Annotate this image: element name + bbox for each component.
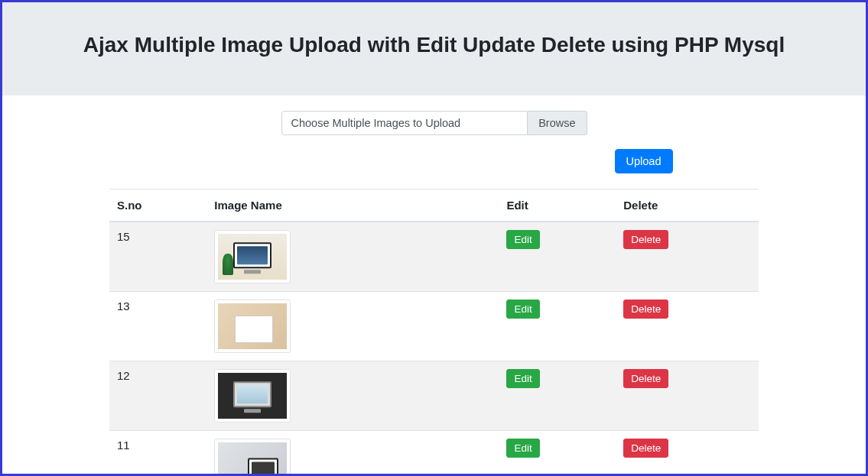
cell-delete: Delete — [616, 431, 759, 477]
image-thumbnail[interactable] — [214, 300, 291, 353]
cell-sno: 12 — [109, 361, 206, 431]
file-input[interactable]: Choose Multiple Images to Upload — [281, 111, 528, 135]
upload-row: Upload — [196, 149, 673, 173]
edit-button[interactable]: Edit — [506, 300, 539, 319]
cell-image — [206, 361, 499, 431]
col-header-edit: Edit — [499, 189, 616, 222]
cell-image — [206, 431, 499, 477]
cell-sno: 15 — [109, 222, 206, 292]
edit-button[interactable]: Edit — [506, 439, 539, 458]
cell-sno: 13 — [109, 292, 206, 361]
main-content: Choose Multiple Images to Upload Browse … — [2, 96, 866, 476]
images-table: S.no Image Name Edit Delete 15 — [109, 189, 759, 476]
cell-sno: 11 — [109, 431, 206, 477]
file-input-group: Choose Multiple Images to Upload Browse — [281, 111, 587, 135]
col-header-delete: Delete — [616, 189, 759, 222]
col-header-image-name: Image Name — [206, 189, 499, 222]
table-row: 15 Edit Delete — [109, 222, 759, 292]
cell-edit: Edit — [499, 431, 616, 477]
image-thumbnail[interactable] — [214, 230, 291, 283]
header-band: Ajax Multiple Image Upload with Edit Upd… — [2, 2, 866, 96]
edit-button[interactable]: Edit — [506, 369, 539, 388]
table-row: 11 Edit Delete — [109, 431, 759, 477]
file-input-row: Choose Multiple Images to Upload Browse — [109, 111, 759, 135]
page-title: Ajax Multiple Image Upload with Edit Upd… — [18, 33, 850, 57]
upload-button[interactable]: Upload — [615, 149, 673, 173]
cell-edit: Edit — [499, 361, 616, 431]
delete-button[interactable]: Delete — [623, 369, 668, 388]
cell-delete: Delete — [616, 222, 759, 292]
cell-edit: Edit — [499, 222, 616, 292]
delete-button[interactable]: Delete — [623, 230, 668, 249]
col-header-sno: S.no — [109, 189, 206, 222]
cell-delete: Delete — [616, 292, 759, 361]
image-thumbnail[interactable] — [214, 439, 291, 476]
delete-button[interactable]: Delete — [623, 300, 668, 319]
image-thumbnail[interactable] — [214, 369, 291, 423]
cell-image — [206, 222, 499, 292]
delete-button[interactable]: Delete — [623, 439, 668, 458]
edit-button[interactable]: Edit — [506, 230, 539, 249]
cell-image — [206, 292, 499, 361]
cell-edit: Edit — [499, 292, 616, 361]
cell-delete: Delete — [616, 361, 759, 431]
table-row: 12 Edit Delete — [109, 361, 759, 431]
table-row: 13 Edit Delete — [109, 292, 759, 361]
browse-button[interactable]: Browse — [528, 111, 587, 135]
